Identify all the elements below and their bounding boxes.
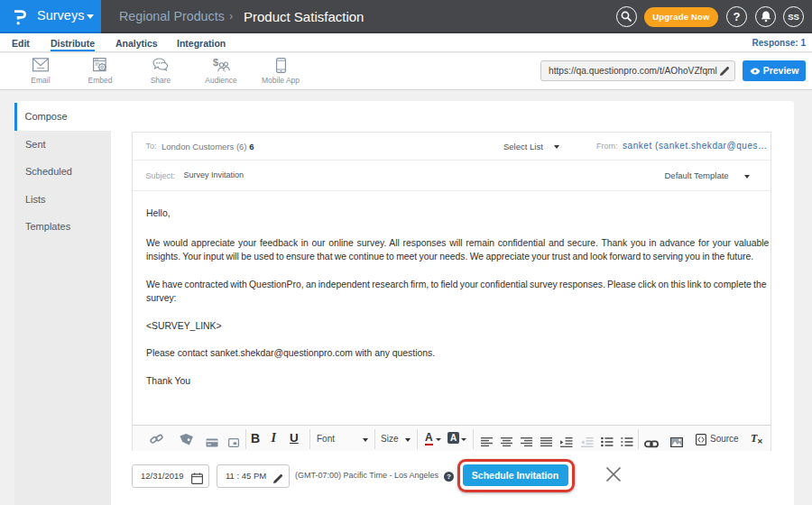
- svg-text:$: $: [213, 58, 218, 68]
